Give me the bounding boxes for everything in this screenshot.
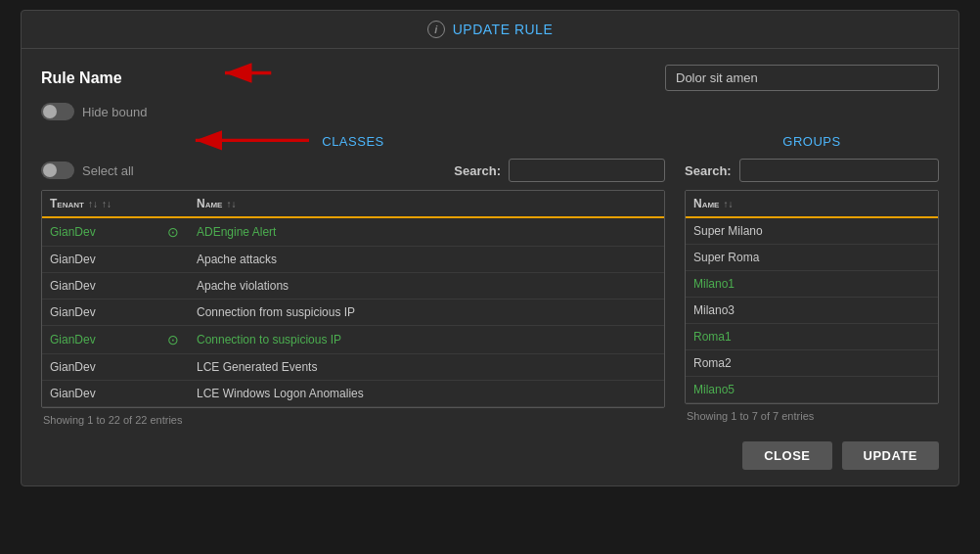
tenant-sort-icon2[interactable]: ↑↓: [102, 199, 111, 209]
check-cell: ⊙: [167, 332, 197, 347]
classes-showing-text: Showing 1 to 22 of 22 entries: [41, 414, 665, 426]
table-row[interactable]: Super Milano: [686, 218, 938, 245]
groups-showing-text: Showing 1 to 7 of 7 entries: [685, 410, 939, 422]
modal-container: i Update Rule Rule Name Hide bound: [21, 10, 959, 486]
group-name-cell: Roma1: [693, 330, 930, 344]
hide-bound-toggle[interactable]: [41, 103, 74, 120]
classes-search-row: Search:: [454, 159, 665, 182]
classes-column: Classes Select all Search:: [41, 134, 665, 426]
tenant-cell: GianDev: [50, 225, 167, 239]
check-col-header: [167, 197, 197, 210]
classes-title: Classes: [41, 134, 665, 149]
classes-table-body: GianDev ⊙ ADEngine Alert GianDev Apache …: [42, 218, 664, 407]
groups-name-col-header: Name ↑↓: [693, 197, 930, 210]
groups-title: Groups: [685, 134, 939, 149]
select-all-label: Select all: [82, 163, 134, 178]
update-button[interactable]: UPDATE: [842, 441, 939, 470]
modal-title: Update Rule: [453, 22, 553, 37]
tenant-cell: GianDev: [50, 387, 167, 400]
classes-controls-row: Select all Search:: [41, 159, 665, 182]
name-cell: LCE Windows Logon Anomalies: [197, 387, 656, 400]
tenant-cell: GianDev: [50, 253, 167, 266]
group-name-cell: Milano5: [693, 383, 930, 396]
name-cell: Apache violations: [197, 279, 656, 293]
tenant-sort-icon[interactable]: ↑↓: [88, 199, 98, 209]
table-row[interactable]: GianDev ⊙ ADEngine Alert: [42, 218, 664, 247]
tenant-col-header: Tenant ↑↓ ↑↓: [50, 197, 167, 210]
table-row[interactable]: Roma2: [686, 350, 938, 377]
table-row[interactable]: GianDev Connection from suspicious IP: [42, 300, 664, 326]
table-row[interactable]: Super Roma: [686, 245, 938, 271]
name-sort-icon[interactable]: ↑↓: [226, 199, 236, 209]
classes-table-header: Tenant ↑↓ ↑↓ Name ↑↓: [42, 191, 664, 218]
groups-column: Groups Search: Name ↑↓: [685, 134, 939, 426]
groups-table-body: Super Milano Super Roma Milano1 Milano3: [686, 218, 938, 403]
group-name-cell: Milano3: [693, 303, 930, 317]
classes-search-label: Search:: [454, 163, 501, 178]
tenant-cell: GianDev: [50, 279, 167, 293]
group-name-cell: Roma2: [693, 356, 930, 370]
name-cell: ADEngine Alert: [197, 225, 656, 239]
tenant-cell: GianDev: [50, 333, 167, 346]
table-row[interactable]: GianDev LCE Windows Logon Anomalies: [42, 381, 664, 407]
table-row[interactable]: Roma1: [686, 324, 938, 350]
table-row[interactable]: GianDev Apache violations: [42, 273, 664, 300]
name-col-header: Name ↑↓: [197, 197, 656, 210]
hide-bound-label: Hide bound: [82, 105, 148, 119]
group-name-cell: Super Milano: [693, 224, 930, 238]
group-name-cell: Super Roma: [693, 251, 930, 264]
footer-buttons: CLOSE UPDATE: [41, 441, 939, 470]
tenant-cell: GianDev: [50, 305, 167, 319]
toggle-knob: [43, 105, 57, 118]
table-row[interactable]: Milano1: [686, 271, 938, 298]
table-row[interactable]: Milano5: [686, 377, 938, 403]
name-cell: LCE Generated Events: [197, 360, 656, 374]
groups-search-label: Search:: [685, 163, 732, 178]
groups-search-row: Search:: [685, 159, 939, 182]
hide-bound-row: Hide bound: [41, 103, 939, 120]
rule-name-input[interactable]: [665, 65, 939, 91]
select-all-row: Select all: [41, 162, 134, 179]
name-cell: Connection to suspicious IP: [197, 333, 656, 346]
tenant-cell: GianDev: [50, 360, 167, 374]
classes-table: Tenant ↑↓ ↑↓ Name ↑↓: [41, 190, 665, 408]
close-button[interactable]: CLOSE: [742, 441, 831, 470]
table-row[interactable]: GianDev LCE Generated Events: [42, 354, 664, 381]
name-cell: Connection from suspicious IP: [197, 305, 656, 319]
modal-body: Rule Name Hide bound Classes: [22, 49, 958, 470]
classes-search-input[interactable]: [509, 159, 665, 182]
rule-name-row: Rule Name: [41, 65, 939, 91]
select-all-toggle[interactable]: [41, 162, 74, 179]
modal-header: i Update Rule: [22, 11, 958, 49]
table-row[interactable]: GianDev Apache attacks: [42, 247, 664, 273]
groups-table: Name ↑↓ Super Milano Super Roma: [685, 190, 939, 404]
check-cell: ⊙: [167, 224, 197, 240]
rule-name-label: Rule Name: [41, 69, 122, 87]
table-row[interactable]: GianDev ⊙ Connection to suspicious IP: [42, 326, 664, 354]
groups-name-sort-icon[interactable]: ↑↓: [723, 199, 733, 209]
groups-search-input[interactable]: [739, 159, 939, 182]
info-icon: i: [427, 21, 445, 38]
two-col-layout: Classes Select all Search:: [41, 134, 939, 426]
name-cell: Apache attacks: [197, 253, 656, 266]
groups-table-header: Name ↑↓: [686, 191, 938, 218]
group-name-cell: Milano1: [693, 277, 930, 291]
select-all-toggle-knob: [43, 163, 57, 177]
table-row[interactable]: Milano3: [686, 298, 938, 324]
